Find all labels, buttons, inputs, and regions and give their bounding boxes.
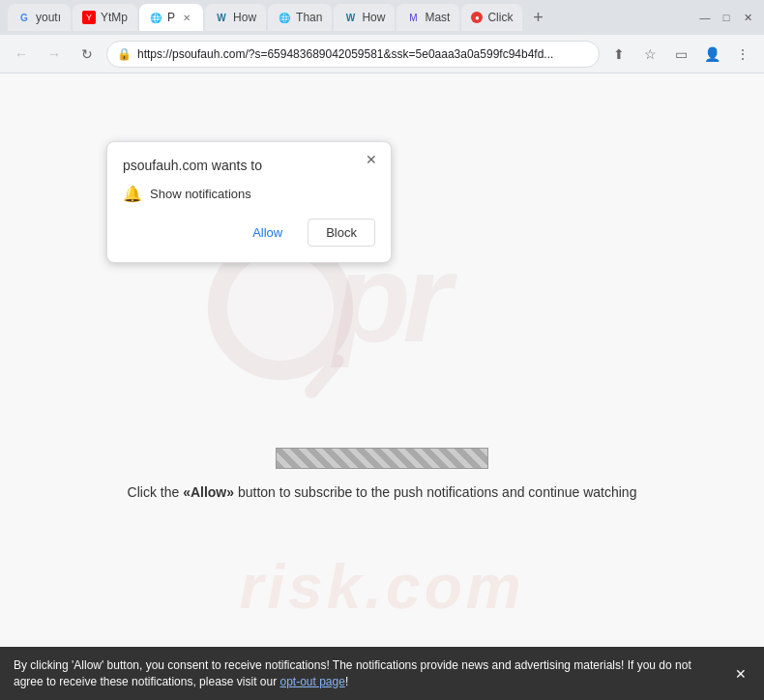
- tab-than-favicon: 🌐: [278, 11, 291, 24]
- popup-buttons: Allow Block: [123, 219, 375, 247]
- tab-youtube-favicon: G: [17, 11, 31, 24]
- permission-popup: ✕ psoufauh.com wants to 🔔 Show notificat…: [106, 141, 392, 263]
- address-text: https://psoufauh.com/?s=6594836890420595…: [137, 47, 589, 61]
- tab-p-label: P: [167, 11, 175, 24]
- profile-button[interactable]: 👤: [698, 41, 725, 68]
- sidebar-button[interactable]: ▭: [667, 41, 694, 68]
- lock-icon: 🔒: [117, 47, 132, 61]
- new-tab-button[interactable]: +: [524, 4, 551, 31]
- tab-p-favicon: 🌐: [149, 11, 162, 24]
- bell-icon: 🔔: [123, 185, 142, 203]
- tab-how1[interactable]: W How: [205, 4, 266, 31]
- permission-label: Show notifications: [150, 187, 251, 201]
- instruction-text: Click the «Allow» button to subscribe to…: [89, 484, 676, 500]
- tab-ytmp-favicon: Y: [82, 11, 96, 24]
- tab-how1-favicon: W: [215, 11, 228, 24]
- tab-how2[interactable]: W How: [334, 4, 395, 31]
- tab-strip: G youtı Y YtMp 🌐 P ✕ W How 🌐 T: [8, 4, 694, 31]
- tab-youtube[interactable]: G youtı: [8, 4, 71, 31]
- address-bar[interactable]: 🔒 https://psoufauh.com/?s=65948368904205…: [106, 41, 600, 68]
- tab-youtube-label: youtı: [36, 11, 61, 24]
- nav-actions: ⬆ ☆ ▭ 👤 ⋮: [605, 41, 756, 68]
- close-button[interactable]: ✕: [739, 9, 756, 26]
- consent-text: By clicking 'Allow' button, you consent …: [14, 657, 721, 690]
- tab-how2-label: How: [362, 11, 385, 24]
- tab-mast-label: Mast: [425, 11, 450, 24]
- consent-close-icon[interactable]: ✕: [731, 664, 750, 684]
- risk-watermark: risk.com: [0, 551, 764, 623]
- allow-word-highlight: «Allow»: [183, 484, 234, 500]
- tab-click-favicon: ●: [471, 12, 483, 23]
- page-content: pr Click the «Allow» button to subscribe…: [0, 73, 764, 700]
- consent-bar: By clicking 'Allow' button, you consent …: [0, 647, 764, 700]
- block-button[interactable]: Block: [308, 219, 375, 247]
- tab-how1-label: How: [233, 11, 256, 24]
- share-button[interactable]: ⬆: [605, 41, 632, 68]
- nav-bar: ← → ↻ 🔒 https://psoufauh.com/?s=65948368…: [0, 35, 764, 73]
- tab-than-label: Than: [296, 11, 322, 24]
- popup-permission-row: 🔔 Show notifications: [123, 185, 375, 203]
- menu-button[interactable]: ⋮: [729, 41, 756, 68]
- tab-p-close-icon[interactable]: ✕: [180, 11, 193, 24]
- tab-ytmp-label: YtMp: [101, 11, 128, 24]
- popup-title: psoufauh.com wants to: [123, 158, 375, 173]
- browser-frame: G youtı Y YtMp 🌐 P ✕ W How 🌐 T: [0, 0, 764, 700]
- maximize-button[interactable]: □: [718, 9, 735, 26]
- tab-p[interactable]: 🌐 P ✕: [139, 4, 203, 31]
- tab-click[interactable]: ● Click: [461, 4, 522, 31]
- title-bar: G youtı Y YtMp 🌐 P ✕ W How 🌐 T: [0, 0, 764, 35]
- bookmark-button[interactable]: ☆: [636, 41, 663, 68]
- tab-mast[interactable]: M Mast: [397, 4, 459, 31]
- window-controls: — □ ✕: [696, 9, 756, 26]
- tab-than[interactable]: 🌐 Than: [268, 4, 332, 31]
- tab-ytmp[interactable]: Y YtMp: [73, 4, 137, 31]
- allow-button[interactable]: Allow: [235, 219, 300, 247]
- refresh-button[interactable]: ↻: [73, 41, 101, 68]
- tab-how2-favicon: W: [343, 11, 357, 24]
- opt-out-link[interactable]: opt-out page: [279, 675, 344, 688]
- tab-click-label: Click: [487, 11, 513, 24]
- tab-mast-favicon: M: [406, 11, 420, 24]
- progress-bar: [276, 448, 488, 469]
- minimize-button[interactable]: —: [696, 9, 714, 26]
- forward-button[interactable]: →: [41, 41, 68, 68]
- back-button[interactable]: ←: [8, 41, 35, 68]
- popup-close-icon[interactable]: ✕: [362, 150, 381, 169]
